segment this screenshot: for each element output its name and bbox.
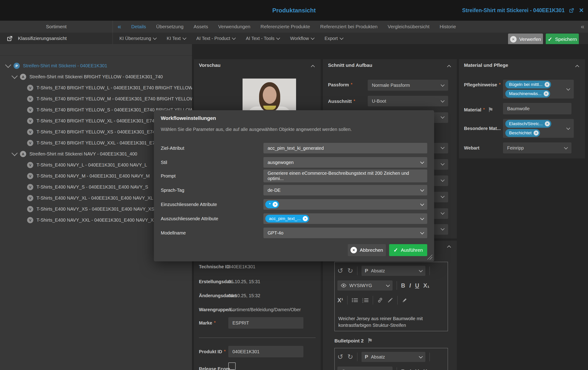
product-id-label: Produkt ID [199,349,226,354]
editor-mode-select[interactable]: WYSIWYG [337,367,393,370]
redo-icon[interactable]: ↻ [347,353,353,360]
remove-tag-icon[interactable]: ✕ [545,121,550,126]
paragraph-style-select[interactable]: Absatz [362,352,425,362]
undo-icon[interactable]: ↺ [337,267,343,274]
undo-icon[interactable]: ↺ [337,353,343,360]
care-multiselect[interactable]: Bügeln bei mittl...✕ Maschinenwäs...✕ [503,80,574,98]
collapse-left-icon[interactable]: « [118,23,121,30]
discard-button[interactable]: ✕ Verwerfen [508,33,543,45]
product-id-input[interactable]: 040EE1K301 [228,346,304,357]
pencil-icon[interactable] [402,297,408,303]
chevron-down-icon [441,98,445,102]
exclude-attributes-select[interactable]: acc_pim_text_...✕ [263,213,427,224]
material-label: Material [464,106,493,114]
numbered-list-icon[interactable]: 123 [362,298,369,303]
menu-ai-text-tools[interactable]: AI Text - Tools [246,36,280,41]
remove-tag-icon[interactable]: ✕ [545,82,550,87]
chevron-down-icon[interactable] [5,62,11,68]
language-tag-select[interactable]: de-DE [263,185,427,195]
tab-assets[interactable]: Assets [194,24,208,29]
brand-input[interactable]: ESPRIT [228,317,304,329]
model-name-select[interactable]: GPT-4o [263,228,427,238]
tree-item-variant[interactable]: V T-Shirts_E740 BRIGHT YELLOW_M - 040EE1… [0,93,192,104]
chevron-down-icon[interactable] [11,73,18,79]
remove-tag-icon[interactable]: ✕ [273,202,278,207]
underline-button[interactable]: U [415,368,419,370]
cancel-button[interactable]: ✕ Abbrechen [348,244,386,256]
menu-ki-uebersetzung[interactable]: KI Übersetzung [119,36,156,41]
subscript-button[interactable]: X₁ [423,368,430,370]
remove-tag-icon[interactable]: ✕ [544,91,549,96]
classification-view-label: Klassifizierungsansicht [18,36,67,41]
tree-item-article[interactable]: A Streifen-Shirt mit Stickerei BRIGHT YE… [0,71,192,82]
chevron-down-icon [182,36,186,40]
remove-tag-icon[interactable]: ✕ [534,130,539,136]
italic-button[interactable]: I [409,368,411,370]
collapse-panel-icon[interactable] [447,245,451,249]
fit-select[interactable]: Normale Passform [368,80,448,91]
subscript-button[interactable]: X₁ [423,282,430,289]
include-attributes-select[interactable]: *✕ [263,199,427,210]
material-input[interactable]: Baumwolle [503,103,571,114]
editor-mode-select[interactable]: WYSIWYG [337,280,393,291]
target-attribute-input[interactable]: acc_pim_text_ki_generated [263,143,427,153]
tree-item-variant[interactable]: V T-Shirts_E740 BRIGHT YELLOW_L - 040EE1… [0,82,192,93]
special-material-multiselect[interactable]: Elastisch/Stretc...✕ Beschichtet✕ [503,119,574,138]
italic-button[interactable]: I [409,282,411,289]
superscript-button[interactable]: X¹ [337,297,343,304]
collapse-panel-icon[interactable] [311,65,315,69]
tab-referenziert-bei-produkten[interactable]: Referenziert bei Produkten [320,24,378,29]
chevron-down-icon[interactable] [11,150,18,156]
release-ecom-checkbox[interactable] [228,362,236,370]
bold-button[interactable]: B [401,282,405,289]
underline-button[interactable]: U [415,282,419,289]
open-external-icon[interactable] [569,7,575,13]
paragraph-style-select[interactable]: Absatz [362,266,425,276]
bulletpoint2-editor[interactable]: ↺ ↻ Absatz [335,348,448,370]
editor-content[interactable]: Weicher Jersey aus reiner Baumwolle mit … [338,315,444,329]
tab-referenzierte-produkte[interactable]: Referenzierte Produkte [261,24,310,29]
tab-details[interactable]: Details [131,24,146,29]
prompt-input[interactable]: Generiere einen eCommerce-Beschreibungst… [263,169,427,182]
menu-ki-text[interactable]: KI Text [167,36,186,41]
special-tag[interactable]: Beschichtet✕ [505,129,540,137]
chevron-down-icon [386,283,390,287]
flag-icon[interactable] [488,106,493,114]
care-tag[interactable]: Maschinenwäs...✕ [505,90,550,98]
tab-vergleichsuebersicht[interactable]: Vergleichsübersicht [388,24,430,29]
weave-select[interactable]: Feinripp [503,142,571,153]
menu-export[interactable]: Export [325,36,343,41]
collapse-panel-icon[interactable] [447,65,451,69]
tree-item-product[interactable]: P Streifen-Shirt mit Stickerei - 040EE1K… [0,60,192,71]
bold-button[interactable]: B [401,368,405,370]
collapse-right-icon[interactable]: « [581,23,584,30]
bulletpoint1-editor[interactable]: ↺ ↻ Absatz [335,262,448,331]
resize-handle[interactable] [427,254,432,260]
bullet-list-icon[interactable] [352,298,358,303]
neckline-label: Ausschnitt [328,99,355,104]
highlighter-icon[interactable] [387,297,393,303]
tab-uebersetzung[interactable]: Übersetzung [156,24,184,29]
target-attribute-label: Ziel-Attribut [161,146,263,151]
link-icon[interactable] [377,297,383,303]
classification-view-link[interactable]: Klassifizierungsansicht [6,33,67,44]
chevron-down-icon [441,115,445,119]
exclude-tag[interactable]: acc_pim_text_...✕ [265,215,309,222]
style-label: Stil [161,160,263,165]
flag-icon[interactable] [367,337,373,344]
remove-tag-icon[interactable]: ✕ [303,216,308,221]
menu-workflow[interactable]: Workflow [290,36,314,41]
tab-historie[interactable]: Historie [440,24,456,29]
redo-icon[interactable]: ↻ [347,267,353,274]
tab-verwendungen[interactable]: Verwendungen [218,24,250,29]
collapse-panel-icon[interactable] [575,65,579,69]
save-button[interactable]: Speichern [546,33,579,45]
special-tag[interactable]: Elastisch/Stretc...✕ [505,120,551,128]
style-select[interactable]: ausgewogen [263,157,427,168]
execute-button[interactable]: Ausführen [389,244,427,256]
include-tag[interactable]: *✕ [265,201,279,208]
care-tag[interactable]: Bügeln bei mittl...✕ [505,81,551,88]
close-icon[interactable]: ✕ [579,7,584,13]
menu-ai-text-product[interactable]: AI Text - Product [196,36,235,41]
neckline-select[interactable]: U-Boot [368,96,448,106]
